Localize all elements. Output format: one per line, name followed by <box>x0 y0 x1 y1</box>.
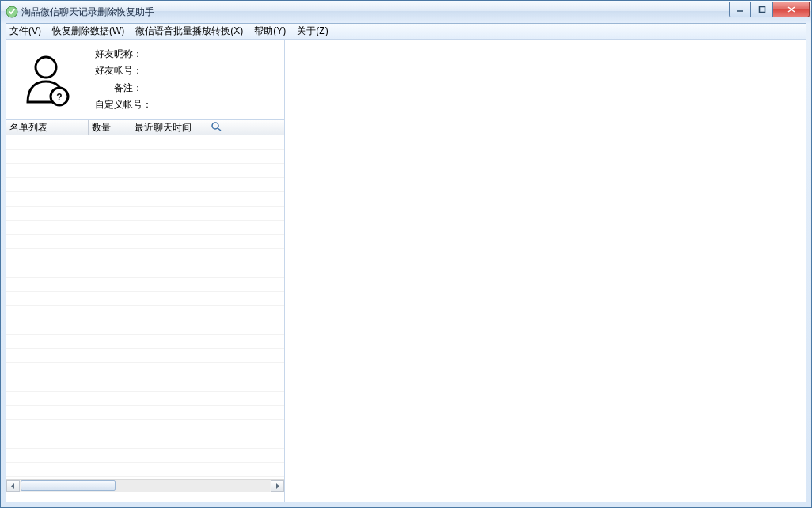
close-button[interactable] <box>773 2 810 17</box>
client-area: 文件(V) 恢复删除数据(W) 微信语音批量播放转换(X) 帮助(Y) 关于(Z… <box>6 23 806 502</box>
search-icon <box>211 121 223 135</box>
app-window: 淘晶微信聊天记录删除恢复助手 文件(V) 恢复删除数据(W) 微信语音批量播放转… <box>0 0 812 508</box>
profile-panel: ? 好友昵称： 好友帐号： 备注： 自定义帐号： <box>6 40 284 120</box>
window-controls <box>729 2 810 17</box>
menu-voice[interactable]: 微信语音批量播放转换(X) <box>135 25 243 38</box>
svg-text:?: ? <box>56 92 62 103</box>
svg-rect-2 <box>759 6 765 12</box>
titlebar[interactable]: 淘晶微信聊天记录删除恢复助手 <box>1 1 811 23</box>
menu-recover[interactable]: 恢复删除数据(W) <box>52 25 124 38</box>
grid-lines <box>6 135 284 479</box>
scroll-left-button[interactable] <box>6 480 20 492</box>
remark-label: 备注： <box>95 82 278 95</box>
horizontal-scrollbar[interactable] <box>6 479 284 492</box>
svg-point-5 <box>36 57 56 78</box>
nickname-label: 好友昵称： <box>95 47 278 61</box>
avatar: ? <box>13 44 79 115</box>
minimize-button[interactable] <box>729 2 751 17</box>
svg-line-9 <box>218 128 221 131</box>
status-blank <box>6 492 284 502</box>
menubar: 文件(V) 恢复删除数据(W) 微信语音批量播放转换(X) 帮助(Y) 关于(Z… <box>6 24 806 40</box>
window-title: 淘晶微信聊天记录删除恢复助手 <box>21 6 154 19</box>
menu-file[interactable]: 文件(V) <box>9 25 41 38</box>
scroll-thumb[interactable] <box>21 480 116 491</box>
col-count[interactable]: 数量 <box>89 120 131 135</box>
col-search[interactable] <box>207 120 284 135</box>
content: ? 好友昵称： 好友帐号： 备注： 自定义帐号： 名单列表 数量 最近聊天时间 <box>6 40 806 502</box>
column-headers: 名单列表 数量 最近聊天时间 <box>6 120 284 135</box>
profile-fields: 好友昵称： 好友帐号： 备注： 自定义帐号： <box>79 44 278 115</box>
menu-about[interactable]: 关于(Z) <box>297 25 328 38</box>
custom-account-label: 自定义帐号： <box>95 98 278 112</box>
list-area: 名单列表 数量 最近聊天时间 <box>6 120 284 502</box>
app-icon <box>6 6 18 18</box>
account-label: 好友帐号： <box>95 64 278 78</box>
list-rows[interactable] <box>6 135 284 479</box>
menu-help[interactable]: 帮助(Y) <box>254 25 286 38</box>
maximize-button[interactable] <box>751 2 773 17</box>
scroll-track[interactable] <box>21 480 270 492</box>
svg-point-8 <box>212 123 218 129</box>
scroll-right-button[interactable] <box>271 480 284 492</box>
right-pane <box>285 40 806 502</box>
col-name-list[interactable]: 名单列表 <box>6 120 89 135</box>
col-last-chat-time[interactable]: 最近聊天时间 <box>131 120 207 135</box>
left-pane: ? 好友昵称： 好友帐号： 备注： 自定义帐号： 名单列表 数量 最近聊天时间 <box>6 40 285 502</box>
